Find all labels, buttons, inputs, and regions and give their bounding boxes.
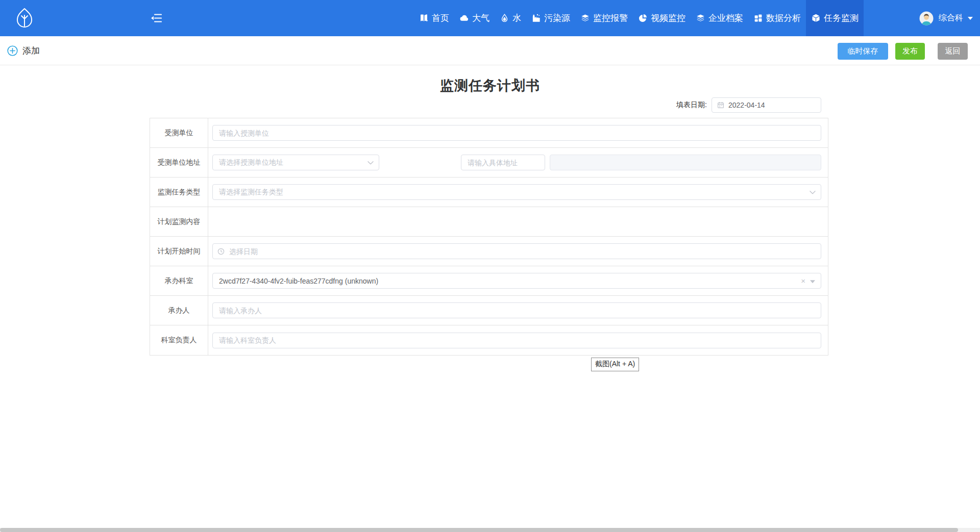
fill-date-picker[interactable] xyxy=(712,97,821,113)
action-toolbar: 添加 临时保存 发布 返回 xyxy=(0,36,980,65)
select-placeholder: 请选择授测单位地址 xyxy=(213,158,283,167)
grid-icon xyxy=(753,13,763,23)
department-select[interactable]: 2wcd7f27-4340-4fv2-fuib-feas277cdfng (un… xyxy=(212,273,821,289)
fill-date-row: 填表日期: xyxy=(676,97,821,113)
layers-icon xyxy=(580,13,590,23)
screenshot-tooltip: 截图(Alt + A) xyxy=(591,358,639,371)
add-button[interactable]: 添加 xyxy=(7,36,40,65)
field-label: 承办人 xyxy=(150,296,208,325)
user-name: 综合科 xyxy=(939,13,963,23)
menu-fold-icon[interactable] xyxy=(151,13,162,23)
temp-save-button[interactable]: 临时保存 xyxy=(838,43,888,60)
plan-content-cell xyxy=(208,207,828,236)
undertaker-input[interactable] xyxy=(212,302,821,318)
form-row-plan-content: 计划监测内容 xyxy=(150,207,828,237)
chevron-down-icon xyxy=(810,190,816,194)
detail-address-input[interactable] xyxy=(461,155,545,170)
main-navigation: 首页 大气 水 xyxy=(414,0,864,36)
nav-item-label: 任务监测 xyxy=(824,12,859,24)
tested-unit-input[interactable] xyxy=(212,125,821,141)
form-row-department: 承办科室 2wcd7f27-4340-4fv2-fuib-feas277cdfn… xyxy=(150,266,828,296)
nav-item-label: 大气 xyxy=(472,12,489,24)
nav-item-label: 数据分析 xyxy=(766,12,801,24)
form-page: 监测任务计划书 填表日期: 受测单位 受测单位地址 xyxy=(0,65,980,528)
cloud-icon xyxy=(459,13,469,23)
app-logo-icon xyxy=(15,7,34,30)
cube-icon xyxy=(811,13,821,23)
add-button-label: 添加 xyxy=(22,45,40,57)
nav-item-monitor-alarm[interactable]: 监控报警 xyxy=(575,0,633,36)
field-label: 科室负责人 xyxy=(150,325,208,355)
clear-icon[interactable]: × xyxy=(801,277,805,285)
nav-item-label: 视频监控 xyxy=(651,12,685,24)
field-label: 受测单位 xyxy=(150,118,208,147)
nav-item-video-monitor[interactable]: 视频监控 xyxy=(633,0,691,36)
nav-item-label: 水 xyxy=(512,12,521,24)
field-label: 受测单位地址 xyxy=(150,148,208,177)
fill-date-label: 填表日期: xyxy=(676,100,707,110)
chevron-down-icon xyxy=(968,17,973,20)
factory-icon xyxy=(531,13,541,23)
nav-item-label: 企业档案 xyxy=(708,12,743,24)
form-row-tested-unit: 受测单位 xyxy=(150,118,828,148)
nav-item-label: 污染源 xyxy=(544,12,570,24)
field-label: 计划开始时间 xyxy=(150,237,208,266)
nav-item-pollution-source[interactable]: 污染源 xyxy=(526,0,575,36)
horizontal-scrollbar-track xyxy=(0,528,980,532)
department-head-input[interactable] xyxy=(212,333,821,348)
plus-circle-icon xyxy=(7,45,18,56)
clock-icon xyxy=(217,248,225,255)
form-row-unit-address: 受测单位地址 请选择授测单位地址 xyxy=(150,148,828,178)
caret-down-icon[interactable] xyxy=(810,280,815,283)
book-icon xyxy=(419,13,429,23)
task-type-select[interactable]: 请选择监测任务类型 xyxy=(212,184,821,200)
nav-item-label: 监控报警 xyxy=(593,12,628,24)
form-row-task-type: 监测任务类型 请选择监测任务类型 xyxy=(150,178,828,207)
archive-layers-icon xyxy=(696,13,705,23)
publish-button[interactable]: 发布 xyxy=(895,43,925,60)
form-row-start-time: 计划开始时间 xyxy=(150,237,828,266)
field-label: 承办科室 xyxy=(150,266,208,295)
address-disabled-input xyxy=(550,155,821,170)
horizontal-scrollbar-thumb[interactable] xyxy=(0,528,958,532)
nav-item-enterprise-archive[interactable]: 企业档案 xyxy=(691,0,748,36)
unit-address-select[interactable]: 请选择授测单位地址 xyxy=(212,155,379,170)
fill-date-input[interactable] xyxy=(728,101,805,109)
nav-item-water[interactable]: 水 xyxy=(495,0,526,36)
back-button[interactable]: 返回 xyxy=(938,43,968,60)
monitor-task-form: 受测单位 受测单位地址 请选择授测单位地址 监测任务类型 xyxy=(150,118,828,356)
water-drop-icon xyxy=(500,13,509,23)
user-menu[interactable]: 综合科 xyxy=(915,0,980,36)
calendar-icon xyxy=(717,102,724,109)
form-row-undertaker: 承办人 xyxy=(150,296,828,325)
avatar xyxy=(919,11,934,26)
chevron-down-icon xyxy=(368,161,374,164)
nav-item-data-analysis[interactable]: 数据分析 xyxy=(748,0,806,36)
select-placeholder: 请选择监测任务类型 xyxy=(213,188,283,197)
field-label: 计划监测内容 xyxy=(150,207,208,236)
top-navbar: 首页 大气 水 xyxy=(0,0,980,36)
pie-chart-icon xyxy=(638,13,648,23)
page-title: 监测任务计划书 xyxy=(0,77,980,95)
department-select-value: 2wcd7f27-4340-4fv2-fuib-feas277cdfng (un… xyxy=(213,277,378,285)
field-label: 监测任务类型 xyxy=(150,178,208,207)
nav-item-atmosphere[interactable]: 大气 xyxy=(454,0,495,36)
nav-item-task-monitor[interactable]: 任务监测 xyxy=(806,0,864,36)
nav-item-home[interactable]: 首页 xyxy=(414,0,454,36)
nav-item-label: 首页 xyxy=(432,12,449,24)
form-row-department-head: 科室负责人 xyxy=(150,325,828,355)
start-date-picker[interactable] xyxy=(212,243,821,259)
